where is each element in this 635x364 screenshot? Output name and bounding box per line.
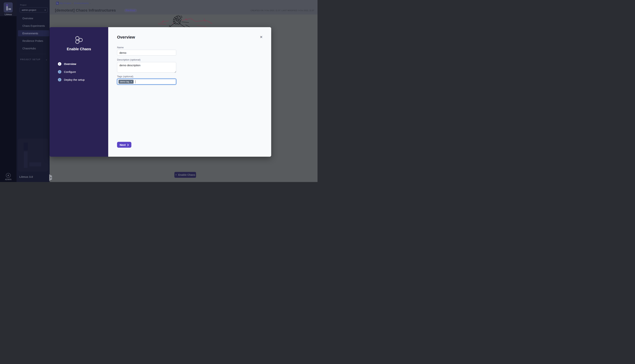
chevron-down-icon: ⌄ [46, 58, 48, 61]
wizard-step-deploy[interactable]: 3 Deploy the setup [58, 78, 102, 82]
wizard-step-overview[interactable]: 1 Overview [58, 62, 102, 66]
sidebar-item-chaoshubs[interactable]: ChaosHubs [18, 45, 49, 51]
environment-type-badge: Pre-Prod [124, 8, 137, 12]
breadcrumb-my-project[interactable]: My Project [60, 2, 71, 4]
icon-rail: Litmus A ADMIN [0, 0, 17, 182]
step-number-badge: 1 [58, 62, 61, 66]
next-button-label: Next [120, 143, 126, 146]
sidebar-item-overview[interactable]: Overview [18, 15, 49, 21]
admin-label: ADMIN [0, 178, 17, 180]
description-textarea[interactable]: demo description [117, 62, 176, 72]
project-selector[interactable]: admin-project › [20, 7, 48, 12]
step-label: Deploy the setup [64, 78, 85, 81]
sidebar-item-label: Chaos Experiments [23, 24, 45, 27]
sidebar-item-label: Overview [23, 17, 33, 20]
tags-label: Tags (optional) [117, 75, 133, 78]
created-modified-meta: CREATED ON: 9 Oct 2023, 11:37 | LAST MOD… [251, 9, 314, 12]
chevron-right-icon: › [90, 2, 91, 4]
chevron-right-icon: ❯ [127, 144, 129, 146]
enable-chaos-modal: Enable Chaos 1 Overview 2 Configure 3 De… [50, 27, 271, 157]
overview-form-panel: Overview ✕ Name Description (optional) d… [108, 27, 271, 157]
project-label: Project [20, 4, 26, 6]
form-title: Overview [117, 35, 135, 40]
admin-avatar[interactable]: A [6, 173, 11, 178]
project-setup-label: PROJECT SETUP [20, 58, 40, 60]
litmus-logo-icon[interactable] [4, 2, 13, 12]
wizard-panel: Enable Chaos 1 Overview 2 Configure 3 De… [50, 27, 108, 157]
version-label: Litmus 3.0 [19, 175, 33, 178]
project-selector-value: admin-project [22, 8, 36, 12]
tags-input[interactable]: demo tag ✕ [117, 79, 176, 84]
sidebar-illustration [18, 138, 48, 172]
tag-chip: demo tag ✕ [118, 80, 134, 84]
step-label: Configure [64, 70, 76, 74]
breadcrumb: My Project › Environments › [56, 2, 91, 5]
text-caret [135, 80, 135, 83]
tag-chip-label: demo tag [120, 80, 129, 83]
chaos-sketch-graphic: e [158, 14, 215, 28]
chevron-right-icon: › [72, 2, 73, 4]
step-number-badge: 2 [58, 70, 61, 74]
name-input[interactable] [117, 50, 176, 56]
project-icon [56, 2, 59, 5]
sidebar-item-label: ChaosHubs [23, 47, 36, 50]
wizard-title: Enable Chaos [50, 47, 108, 51]
step-label: Overview [64, 62, 76, 66]
admin-initial: A [8, 174, 9, 176]
tag-remove-icon[interactable]: ✕ [130, 80, 132, 83]
name-label: Name [117, 46, 124, 49]
sidebar-item-label: Resilience Probes [23, 40, 43, 42]
description-label: Description (optional) [117, 58, 141, 61]
sidebar-item-chaos-experiments[interactable]: Chaos Experiments [18, 23, 49, 29]
sidebar-item-resilience-probes[interactable]: Resilience Probes [18, 38, 49, 44]
page-title: [demotest] Chaos Infrastructures [55, 8, 116, 12]
next-button[interactable]: Next ❯ [117, 142, 131, 148]
wizard-step-configure[interactable]: 2 Configure [58, 70, 102, 74]
project-setup-section[interactable]: PROJECT SETUP ⌄ [20, 58, 48, 61]
collapse-icon: ◀ [50, 177, 51, 178]
breadcrumb-environments[interactable]: Environments [74, 2, 89, 4]
enable-chaos-button[interactable]: + Enable Chaos [174, 172, 196, 178]
enable-chaos-button-label: Enable Chaos [178, 174, 195, 176]
sidebar-item-environments[interactable]: Environments [18, 30, 49, 36]
close-icon[interactable]: ✕ [260, 35, 263, 39]
chaos-hexagons-icon [74, 36, 84, 45]
sidebar-item-label: Environments [23, 32, 38, 35]
sidebar: Project admin-project › Overview Chaos E… [17, 0, 50, 182]
litmus-app: e + Enable Chaos [0, 0, 317, 182]
litmus-logo-label: Litmus [0, 13, 17, 16]
plus-icon: + [175, 174, 177, 176]
step-number-badge: 3 [58, 78, 61, 82]
chevron-right-icon: › [45, 8, 46, 12]
